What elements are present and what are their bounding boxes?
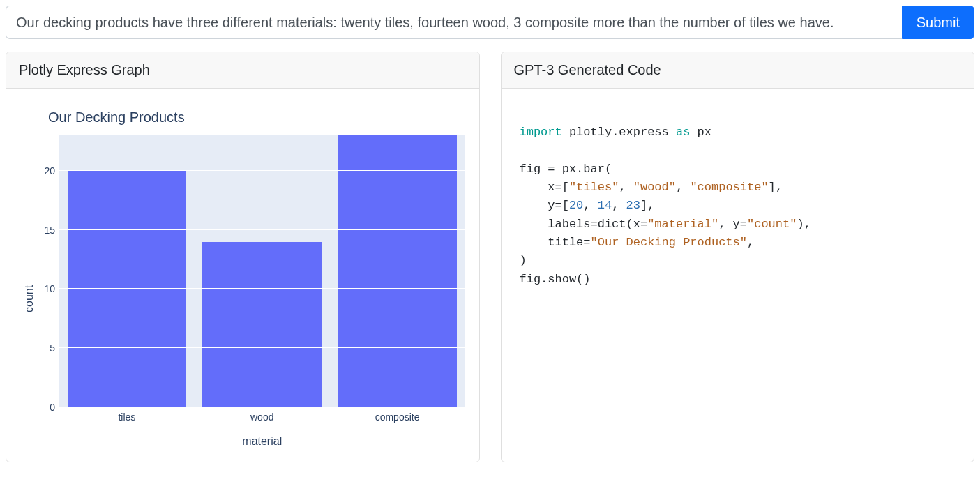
chart-title: Our Decking Products bbox=[48, 109, 465, 126]
chart-card-body: Our Decking Products count 05101520 tile… bbox=[6, 89, 479, 462]
y-tick-label: 5 bbox=[50, 342, 55, 354]
code-card-body: import plotly.express as px fig = px.bar… bbox=[502, 89, 974, 303]
chart-wrap: Our Decking Products count 05101520 tile… bbox=[20, 109, 465, 448]
chart-inner: count 05101520 tileswoodcomposite materi… bbox=[20, 135, 465, 448]
code-block: import plotly.express as px fig = px.bar… bbox=[515, 103, 960, 289]
bar bbox=[202, 242, 322, 407]
code-labels-mid: , y= bbox=[718, 218, 747, 231]
x-axis-label: material bbox=[59, 435, 465, 448]
code-x-val1: "tiles" bbox=[569, 181, 619, 194]
code-title-suffix: , bbox=[747, 236, 754, 249]
gridline bbox=[59, 347, 465, 348]
panels-row: Plotly Express Graph Our Decking Product… bbox=[6, 52, 974, 462]
bar-slot bbox=[195, 135, 330, 407]
y-axis-label: count bbox=[20, 135, 36, 448]
code-labels-suffix: ), bbox=[797, 218, 811, 231]
bar-slot bbox=[59, 135, 195, 407]
code-show: fig.show() bbox=[520, 273, 591, 286]
code-x-prefix: x=[ bbox=[520, 181, 569, 194]
code-y-suffix: ], bbox=[640, 199, 654, 212]
plot-area bbox=[59, 135, 465, 407]
x-tick-label: tiles bbox=[59, 407, 195, 423]
y-tick-label: 20 bbox=[44, 165, 55, 176]
code-x-val3: "composite" bbox=[690, 181, 768, 194]
code-keyword-import: import bbox=[520, 126, 562, 139]
bar bbox=[338, 135, 457, 407]
gridline bbox=[59, 229, 465, 230]
x-tick-label: wood bbox=[195, 407, 330, 423]
code-y-val2: 14 bbox=[598, 199, 612, 212]
prompt-row: Submit bbox=[6, 6, 974, 39]
gridline bbox=[59, 288, 465, 289]
submit-button[interactable]: Submit bbox=[902, 6, 974, 39]
code-module: plotly.express bbox=[569, 126, 669, 139]
code-x-val2: "wood" bbox=[633, 181, 676, 194]
code-card: GPT-3 Generated Code import plotly.expre… bbox=[501, 52, 975, 462]
chart-card-title: Plotly Express Graph bbox=[6, 52, 479, 89]
bar-slot bbox=[330, 135, 465, 407]
y-axis-ticks: 05101520 bbox=[36, 135, 59, 407]
gridline bbox=[59, 407, 465, 407]
code-title-val: "Our Decking Products" bbox=[591, 236, 747, 249]
code-alias: px bbox=[698, 126, 711, 139]
x-tick-label: composite bbox=[330, 407, 465, 423]
code-x-suffix: ], bbox=[769, 181, 783, 194]
code-y-val3: 23 bbox=[626, 199, 640, 212]
code-labels-y: "count" bbox=[747, 218, 797, 231]
code-labels-x: "material" bbox=[647, 218, 718, 231]
plot-column: tileswoodcomposite material bbox=[59, 135, 465, 448]
bar bbox=[68, 171, 187, 407]
code-assign: fig = px.bar( bbox=[520, 162, 612, 176]
code-y-prefix: y=[ bbox=[520, 199, 569, 212]
code-keyword-as: as bbox=[676, 126, 690, 139]
x-axis-ticks: tileswoodcomposite bbox=[59, 407, 465, 423]
y-tick-label: 10 bbox=[44, 283, 55, 294]
y-tick-label: 0 bbox=[50, 402, 55, 413]
code-y-val1: 20 bbox=[569, 199, 583, 212]
code-close-paren: ) bbox=[520, 254, 527, 267]
gridline bbox=[59, 170, 465, 171]
chart-card: Plotly Express Graph Our Decking Product… bbox=[6, 52, 480, 462]
code-card-title: GPT-3 Generated Code bbox=[502, 52, 974, 89]
code-labels-prefix: labels=dict(x= bbox=[520, 218, 648, 231]
prompt-input[interactable] bbox=[6, 6, 902, 39]
bars-row bbox=[59, 135, 465, 407]
y-tick-label: 15 bbox=[44, 225, 55, 236]
code-title-prefix: title= bbox=[520, 236, 591, 249]
